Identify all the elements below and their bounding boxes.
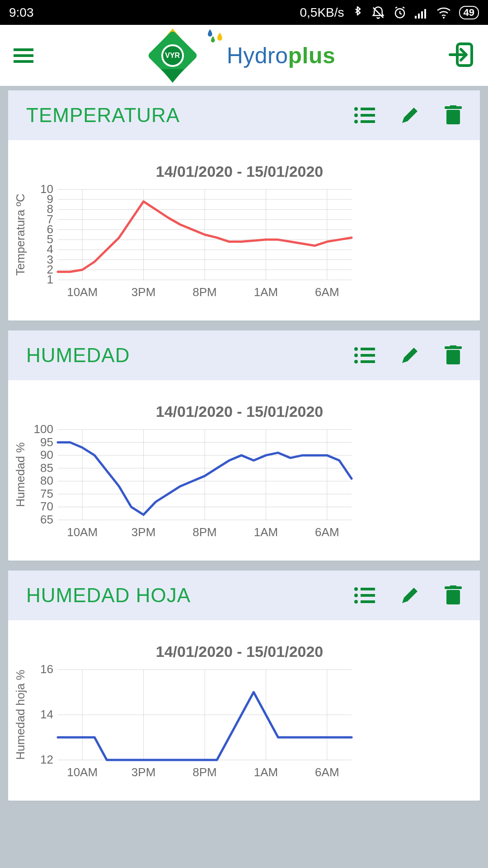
svg-text:8PM: 8PM xyxy=(192,285,216,299)
temperatura-line-chart: 1234567891010AM3PM8PM1AM6AMTemperatura º… xyxy=(13,185,356,302)
svg-point-5 xyxy=(443,17,445,19)
svg-text:1AM: 1AM xyxy=(254,285,278,299)
list-icon[interactable] xyxy=(354,107,375,123)
svg-text:8PM: 8PM xyxy=(192,765,216,779)
svg-text:1AM: 1AM xyxy=(254,525,278,539)
humedad-line-chart: 6570758085909510010AM3PM8PM1AM6AMHumedad… xyxy=(13,425,356,542)
status-time: 9:03 xyxy=(9,5,34,20)
svg-text:65: 65 xyxy=(40,513,53,526)
svg-text:Temperatura ºC: Temperatura ºC xyxy=(14,193,27,275)
chart-date-range: 14/01/2020 - 15/01/2020 xyxy=(13,643,466,660)
svg-text:16: 16 xyxy=(40,665,53,676)
chart-card-humedad-hoja: HUMEDAD HOJA 14/01/2020 - 15/01/2020 121… xyxy=(8,571,480,801)
svg-rect-8 xyxy=(361,108,375,110)
svg-point-51 xyxy=(354,360,358,363)
hydroplus-logo: Hydroplus xyxy=(209,42,336,69)
svg-point-83 xyxy=(354,587,358,591)
delete-icon[interactable] xyxy=(445,105,462,125)
svg-text:100: 100 xyxy=(34,425,53,436)
card-title: HUMEDAD HOJA xyxy=(26,584,191,607)
alarm-icon xyxy=(393,6,407,19)
svg-rect-12 xyxy=(361,120,375,123)
svg-point-47 xyxy=(354,347,358,351)
svg-text:10AM: 10AM xyxy=(67,765,98,779)
svg-text:1AM: 1AM xyxy=(254,765,278,779)
svg-rect-15 xyxy=(450,105,456,107)
svg-rect-88 xyxy=(361,600,375,603)
exit-button[interactable] xyxy=(447,41,474,70)
status-icons: 0,5KB/s 49 xyxy=(300,5,479,20)
svg-rect-86 xyxy=(361,594,375,597)
svg-rect-55 xyxy=(450,345,456,347)
svg-rect-10 xyxy=(361,114,375,117)
svg-rect-53 xyxy=(446,350,460,364)
status-bar: 9:03 0,5KB/s 49 xyxy=(0,0,488,25)
chart-date-range: 14/01/2020 - 15/01/2020 xyxy=(13,403,466,420)
svg-text:6AM: 6AM xyxy=(315,765,339,779)
svg-text:85: 85 xyxy=(40,461,53,475)
svg-point-9 xyxy=(354,113,358,117)
svg-rect-3 xyxy=(421,11,423,19)
humedad-hoja-line-chart: 12141610AM3PM8PM1AM6AMHumedad hoja % xyxy=(13,665,356,783)
vyr-logo-icon: VYR xyxy=(145,28,200,83)
svg-text:3PM: 3PM xyxy=(131,525,155,539)
svg-text:3PM: 3PM xyxy=(131,765,155,779)
svg-rect-48 xyxy=(361,348,375,350)
svg-text:90: 90 xyxy=(40,448,53,462)
svg-point-49 xyxy=(354,354,358,357)
svg-text:75: 75 xyxy=(40,487,53,500)
svg-text:10AM: 10AM xyxy=(67,285,98,299)
list-icon[interactable] xyxy=(354,347,375,363)
svg-text:10AM: 10AM xyxy=(67,525,98,539)
svg-rect-13 xyxy=(446,110,460,124)
svg-text:6AM: 6AM xyxy=(315,285,339,299)
svg-rect-50 xyxy=(361,354,375,357)
menu-button[interactable] xyxy=(14,45,33,66)
svg-point-7 xyxy=(354,107,358,111)
svg-text:80: 80 xyxy=(40,474,53,487)
content-area: TEMPERATURA 14/01/2020 - 15/01/2020 1234… xyxy=(0,86,488,801)
edit-icon[interactable] xyxy=(400,346,419,365)
wifi-icon xyxy=(436,7,451,19)
list-icon[interactable] xyxy=(354,587,375,604)
svg-rect-2 xyxy=(418,14,420,19)
battery-level: 49 xyxy=(459,6,479,19)
network-speed: 0,5KB/s xyxy=(300,5,344,20)
svg-text:95: 95 xyxy=(40,435,53,449)
brand-logo: VYR Hydroplus xyxy=(145,28,336,83)
delete-icon[interactable] xyxy=(445,585,462,605)
svg-rect-1 xyxy=(415,16,417,19)
app-header: VYR Hydroplus xyxy=(0,25,488,86)
svg-text:8PM: 8PM xyxy=(192,525,216,539)
edit-icon[interactable] xyxy=(400,586,419,605)
svg-text:10: 10 xyxy=(40,185,53,196)
svg-text:6AM: 6AM xyxy=(315,525,339,539)
svg-rect-89 xyxy=(446,590,460,604)
svg-point-11 xyxy=(354,120,358,123)
svg-rect-52 xyxy=(361,360,375,363)
edit-icon[interactable] xyxy=(400,106,419,125)
card-title: TEMPERATURA xyxy=(26,104,180,127)
svg-text:14: 14 xyxy=(40,708,53,721)
svg-text:12: 12 xyxy=(40,753,53,766)
svg-rect-4 xyxy=(424,9,426,19)
svg-text:3PM: 3PM xyxy=(131,285,155,299)
chart-card-temperatura: TEMPERATURA 14/01/2020 - 15/01/2020 1234… xyxy=(8,90,480,321)
signal-icon xyxy=(415,7,428,19)
svg-text:Humedad hoja %: Humedad hoja % xyxy=(14,670,27,760)
card-title: HUMEDAD xyxy=(26,344,130,367)
bluetooth-icon xyxy=(352,6,363,19)
delete-icon[interactable] xyxy=(445,345,462,365)
svg-text:70: 70 xyxy=(40,500,53,513)
dnd-icon xyxy=(371,6,385,19)
svg-rect-91 xyxy=(450,585,456,587)
svg-point-87 xyxy=(354,600,358,604)
svg-rect-84 xyxy=(361,588,375,590)
svg-point-85 xyxy=(354,594,358,597)
chart-card-humedad: HUMEDAD 14/01/2020 - 15/01/2020 65707580… xyxy=(8,330,480,561)
chart-date-range: 14/01/2020 - 15/01/2020 xyxy=(13,163,466,180)
svg-text:Humedad %: Humedad % xyxy=(14,442,27,507)
